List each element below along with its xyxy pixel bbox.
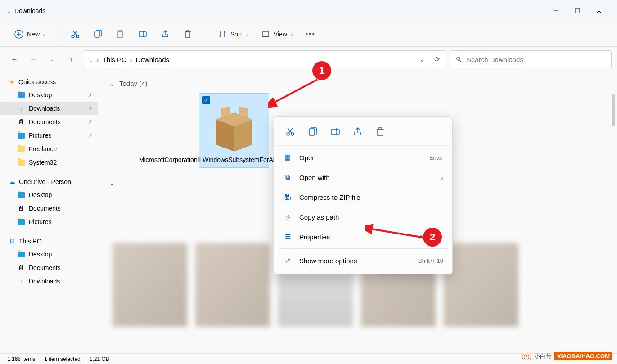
chevron-right-icon: › [97,56,99,63]
search-input[interactable] [467,56,606,63]
share-icon[interactable] [160,29,171,40]
thispc-section[interactable]: 🖥︎ This PC [0,235,98,247]
onedrive-section[interactable]: ☁ OneDrive - Person [0,175,98,188]
sidebar-item-system32[interactable]: System32 [0,156,98,169]
ctx-label: Open [299,154,316,162]
ctx-compress[interactable]: 🗜︎ Compress to ZIP file [274,187,452,207]
ctx-delete-icon[interactable] [372,124,388,140]
sidebar-item-label: Downloads [29,105,60,112]
ctx-more-options[interactable]: ↗ Show more options Shift+F10 [274,251,452,270]
ctx-cut-icon[interactable] [282,124,298,140]
delete-icon[interactable] [182,29,193,40]
callout-1: 1 [312,61,331,80]
status-size: 1.21 GB [90,356,109,362]
ctx-copy-icon[interactable] [305,124,321,140]
sidebar-item-documents[interactable]: 📄︎Documents📌︎ [0,115,98,129]
quick-access-label: Quick access [18,78,56,85]
minimize-button[interactable] [545,0,567,22]
ctx-label: Copy as path [299,213,339,221]
sidebar-item-freelance[interactable]: Freelance [0,142,98,156]
sidebar-item-od-pictures[interactable]: Pictures [0,215,98,229]
nav-bar: ← → ⌄ ↑ ↓ › This PC › Downloads ⌄ ⟳ 🔍︎ [0,47,617,72]
sidebar-item-label: Pictures [29,132,52,139]
svg-point-24 [291,133,294,135]
chevron-down-icon: ⌄ [109,179,115,187]
zip-icon: 🗜︎ [283,193,292,202]
svg-rect-14 [139,32,146,36]
svg-rect-1 [575,9,580,13]
copy-icon[interactable] [92,29,103,40]
chevron-down-icon: ⌄ [245,31,248,36]
sidebar-item-desktop[interactable]: Desktop📌︎ [0,88,98,102]
watermark: ((•)) 小白号 XIAOBAIHAO.COM [522,352,612,360]
sidebar-item-od-desktop[interactable]: Desktop [0,188,98,202]
sidebar-item-label: Downloads [29,278,60,285]
ctx-rename-icon[interactable] [327,124,343,140]
ctx-label: Show more options [299,257,357,265]
group-header[interactable]: ⌄ Today (4) [109,77,606,90]
view-icon [260,29,271,40]
cloud-icon: ☁ [9,178,15,185]
properties-icon: ☰ [283,232,292,241]
checkbox-checked-icon[interactable]: ✓ [202,96,210,104]
document-icon: 📄︎ [17,264,25,272]
more-button[interactable]: ••• [305,29,316,40]
ctx-open[interactable]: ▦ Open Enter [274,148,452,167]
chevron-down-icon: ⌄ [42,31,46,36]
file-item-selected[interactable]: ✓ MicrosoftCorporationII.WindowsSubsyste… [199,93,269,168]
sidebar-item-label: Documents [29,205,61,212]
refresh-icon[interactable]: ⟳ [434,55,440,63]
group-label: Today (4) [119,80,148,87]
maximize-button[interactable] [567,0,588,22]
arrow-1 [268,77,326,109]
sidebar-item-pc-downloads[interactable]: ↓Downloads [0,274,98,288]
sidebar-item-pictures[interactable]: Pictures📌︎ [0,129,98,142]
folder-icon [18,146,25,152]
sidebar-item-label: Desktop [29,251,52,258]
new-button[interactable]: New ⌄ [14,29,46,40]
sidebar-item-od-documents[interactable]: 📄︎Documents [0,202,98,215]
folder-icon [18,160,25,166]
breadcrumb-current[interactable]: Downloads [136,56,169,63]
quick-access-section[interactable]: ★ Quick access [0,76,98,88]
view-button[interactable]: View ⌄ [260,29,293,40]
sidebar-item-downloads[interactable]: ↓Downloads📌︎ [0,102,98,115]
package-icon [209,97,259,156]
ctx-label: Properties [299,233,330,241]
address-bar[interactable]: ↓ › This PC › Downloads ⌄ ⟳ [84,50,446,68]
scrollbar[interactable] [612,94,615,126]
paste-icon[interactable] [115,29,126,40]
search-bar[interactable]: 🔍︎ [450,50,612,68]
svg-point-23 [287,133,289,135]
svg-line-31 [369,229,424,238]
window-title: Downloads [14,7,45,14]
close-button[interactable] [588,0,610,22]
chevron-down-icon: ⌄ [290,31,293,36]
back-button[interactable]: ← [9,54,20,65]
sidebar-item-pc-documents[interactable]: 📄︎Documents [0,261,98,274]
sort-label: Sort [230,31,242,38]
chevron-down-icon[interactable]: ⌄ [419,55,425,63]
ctx-label: Open with [299,174,330,181]
up-button[interactable]: ↑ [66,54,77,65]
pin-icon: 📌︎ [87,119,93,125]
sort-button[interactable]: Sort ⌄ [217,29,248,40]
pin-icon: 📌︎ [87,105,93,112]
star-icon: ★ [9,78,15,85]
cut-icon[interactable] [70,29,81,40]
folder-icon [18,219,25,225]
ctx-share-icon[interactable] [350,124,366,140]
pc-icon: 🖥︎ [9,238,15,245]
context-menu: ▦ Open Enter ⧉ Open with › 🗜︎ Compress t… [274,116,453,274]
ctx-open-with[interactable]: ⧉ Open with › [274,167,452,187]
separator [279,248,448,249]
breadcrumb-root[interactable]: This PC [103,56,126,63]
sidebar-item-label: Documents [29,264,61,271]
new-label: New [27,31,40,38]
recent-button[interactable]: ⌄ [47,54,58,65]
pin-icon: 📌︎ [87,92,93,98]
rename-icon[interactable] [137,29,148,40]
plus-circle-icon [14,29,24,40]
sidebar-item-pc-desktop[interactable]: Desktop [0,247,98,261]
forward-button[interactable]: → [28,54,39,65]
